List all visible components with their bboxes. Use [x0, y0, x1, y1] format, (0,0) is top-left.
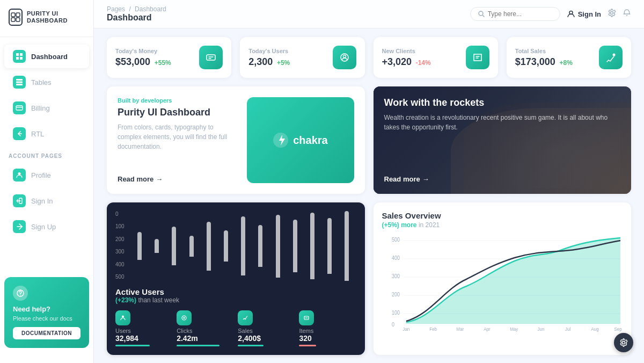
billing-icon [13, 101, 26, 114]
active-users-card: 500 400 300 200 100 0 Active Users (+23%… [107, 202, 365, 355]
sidebar-item-rtl[interactable]: RTL [4, 122, 89, 146]
bar [236, 211, 250, 281]
help-icon [13, 286, 28, 301]
documentation-button[interactable]: DOCUMENTATION [13, 327, 80, 339]
svg-point-8 [18, 172, 21, 175]
bar [202, 211, 216, 281]
svg-text:500: 500 [391, 237, 399, 243]
svg-text:100: 100 [391, 310, 399, 316]
sidebar: PURITY UI DASHBOARD Dashboard Tables Bil… [0, 0, 94, 363]
stat-icon-money [199, 46, 223, 69]
stat-value: 2,300 [248, 56, 273, 67]
stat-card-money: Today's Money $53,000 +55% [107, 37, 231, 78]
svg-text:Jun: Jun [537, 326, 544, 332]
metric-item: Sales 2,400$ [238, 310, 295, 346]
promo-card: Built by developers Purity UI Dashboard … [107, 86, 365, 194]
sidebar-item-label: Profile [31, 171, 51, 179]
help-subtitle: Please check our docs [13, 315, 80, 322]
stat-change: +5% [277, 59, 290, 67]
sidebar-item-signin[interactable]: Sign In [4, 189, 89, 213]
stat-change: -14% [416, 59, 431, 67]
settings-icon[interactable] [608, 9, 616, 19]
sidebar-item-billing[interactable]: Billing [4, 96, 89, 120]
breadcrumb-current: Dashboard [135, 5, 166, 13]
metric-item: Users 32,984 [115, 310, 172, 346]
bar [340, 211, 354, 281]
sidebar-logo: PURITY UI DASHBOARD [0, 9, 93, 37]
profile-icon [13, 169, 26, 182]
promo-description: From colors, cards, typography to comple… [118, 122, 238, 151]
metric-value: 2.42m [177, 334, 233, 343]
bar [305, 211, 319, 281]
stat-label: Today's Money [115, 48, 171, 54]
svg-text:Mar: Mar [456, 326, 464, 332]
svg-text:Sep: Sep [614, 326, 622, 332]
chart-y-labels: 500 400 300 200 100 0 [115, 211, 125, 281]
dark-promo-description: Wealth creation is a revolutionary recen… [384, 113, 621, 132]
metric-value: 32,984 [115, 334, 172, 343]
metric-label: Items [299, 328, 356, 334]
svg-rect-0 [11, 13, 15, 17]
middle-row: Built by developers Purity UI Dashboard … [107, 86, 631, 194]
stat-icon-users [333, 46, 356, 69]
sidebar-item-label: Tables [31, 78, 52, 86]
promo-title: Purity UI Dashboard [118, 107, 238, 118]
svg-rect-6 [16, 84, 23, 85]
svg-point-19 [122, 316, 124, 318]
svg-rect-3 [16, 18, 20, 21]
chakra-text: chakra [293, 134, 328, 147]
svg-point-16 [343, 55, 346, 58]
stat-value: +3,020 [382, 56, 412, 67]
sidebar-item-label: Billing [31, 104, 50, 112]
help-card: Need help? Please check our docs DOCUMEN… [4, 277, 89, 348]
sign-in-label: Sign In [578, 10, 601, 18]
notifications-icon[interactable] [623, 9, 631, 19]
breadcrumb-separator: / [129, 5, 133, 13]
gear-button[interactable] [614, 333, 633, 352]
svg-point-17 [613, 54, 616, 56]
metric-icon [299, 310, 314, 325]
breadcrumb: Pages / Dashboard [107, 5, 166, 13]
sidebar-item-label: RTL [31, 130, 44, 138]
active-users-chart: 500 400 300 200 100 0 [115, 211, 356, 281]
stat-label: Today's Users [248, 48, 290, 54]
sidebar-item-tables[interactable]: Tables [4, 70, 89, 94]
svg-rect-14 [207, 55, 215, 60]
svg-text:300: 300 [391, 273, 399, 280]
help-title: Need help? [13, 305, 80, 313]
stat-label: Total Sales [515, 48, 573, 54]
metric-bar [115, 345, 150, 346]
stat-card-sales: Total Sales $173,000 +8% [507, 37, 631, 78]
header-right: Sign In [470, 7, 631, 21]
search-box[interactable] [470, 7, 560, 21]
svg-text:200: 200 [391, 292, 399, 298]
sidebar-item-signup[interactable]: Sign Up [4, 215, 89, 238]
svg-rect-2 [11, 18, 15, 21]
content-area: Today's Money $53,000 +55% Today's Users… [94, 28, 644, 363]
svg-rect-7 [16, 106, 23, 110]
sign-in-button[interactable]: Sign In [567, 10, 601, 18]
account-section-label: ACCOUNT PAGES [0, 147, 93, 162]
user-icon [567, 10, 575, 18]
chakra-bolt-icon [273, 132, 289, 148]
active-users-title: Active Users [115, 287, 356, 296]
metric-value: 320 [299, 334, 356, 343]
sidebar-item-profile[interactable]: Profile [4, 163, 89, 187]
dark-read-more-link[interactable]: Read more → [384, 175, 621, 183]
svg-text:Jan: Jan [402, 326, 409, 332]
sidebar-item-dashboard[interactable]: Dashboard [4, 45, 89, 68]
bar [271, 211, 285, 281]
svg-text:Jul: Jul [565, 326, 570, 332]
stat-icon-clients [466, 46, 489, 69]
svg-text:May: May [510, 326, 518, 332]
rtl-icon [13, 127, 26, 140]
svg-text:400: 400 [391, 255, 399, 262]
metric-icon [177, 310, 192, 325]
read-more-link[interactable]: Read more → [118, 175, 238, 183]
promo-built-by: Built by developers [118, 97, 238, 104]
stat-value: $53,000 [115, 56, 150, 67]
stats-row: Today's Money $53,000 +55% Today's Users… [107, 37, 631, 78]
dashboard-icon [13, 50, 26, 63]
bar [288, 211, 302, 281]
search-input[interactable] [488, 10, 552, 18]
